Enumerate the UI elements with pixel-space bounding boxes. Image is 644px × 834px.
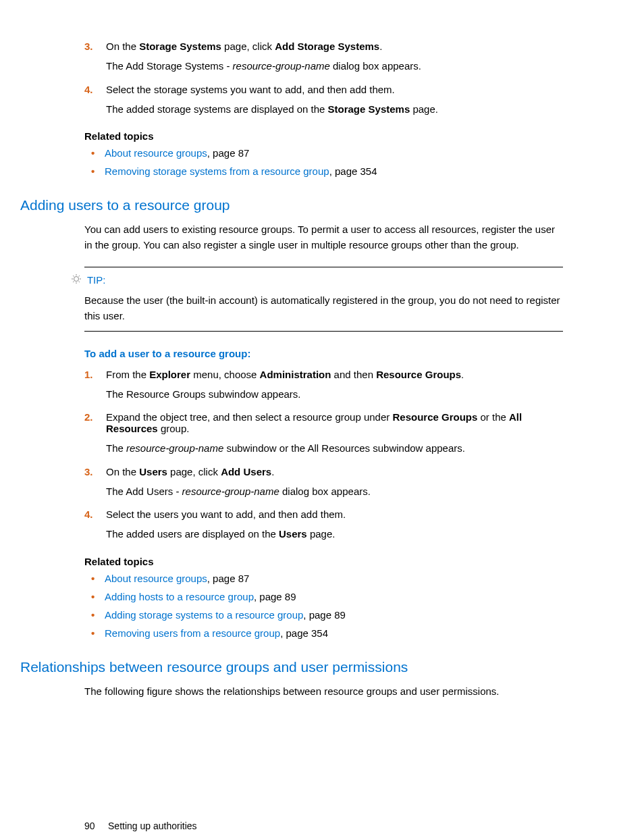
- svg-line-5: [73, 276, 74, 277]
- step-result: The Add Users - resource-group-name dial…: [106, 484, 563, 500]
- related-topics-list-b: About resource groups, page 87 Adding ho…: [84, 573, 563, 639]
- proc-b-step-2: Expand the object tree, and then select …: [84, 411, 563, 457]
- link-adding-storage-systems[interactable]: Adding storage systems to a resource gro…: [105, 609, 303, 621]
- section-paragraph: The following figure shows the relations…: [84, 683, 563, 699]
- section-heading-adding-users: Adding users to a resource group: [20, 197, 563, 213]
- list-item: About resource groups, page 87: [84, 573, 563, 584]
- step-text: On the Storage Systems page, click Add S…: [106, 41, 382, 52]
- step-text: Select the users you want to add, and th…: [106, 509, 346, 520]
- svg-line-8: [79, 282, 80, 283]
- procedure-b: From the Explorer menu, choose Administr…: [84, 369, 563, 542]
- proc-a-step-3: On the Storage Systems page, click Add S…: [84, 41, 563, 74]
- step-text: Select the storage systems you want to a…: [106, 84, 395, 95]
- page-number: 90: [84, 820, 95, 831]
- step-text: From the Explorer menu, choose Administr…: [106, 369, 464, 380]
- list-item: Adding storage systems to a resource gro…: [84, 609, 563, 621]
- proc-a-step-4: Select the storage systems you want to a…: [84, 84, 563, 118]
- section-heading-relationships: Relationships between resource groups an…: [20, 659, 563, 675]
- link-removing-storage-systems[interactable]: Removing storage systems from a resource…: [105, 165, 329, 177]
- link-about-resource-groups[interactable]: About resource groups: [105, 147, 207, 159]
- list-item: Removing users from a resource group, pa…: [84, 627, 563, 639]
- related-topics-list-a: About resource groups, page 87 Removing …: [84, 147, 563, 177]
- step-result: The Add Storage Systems - resource-group…: [106, 59, 563, 74]
- tip-box: TIP: Because the user (the built-in acco…: [84, 267, 563, 332]
- svg-line-6: [79, 276, 80, 277]
- step-result: The Resource Groups subwindow appears.: [106, 387, 563, 402]
- footer-text: Setting up authorities: [108, 820, 197, 831]
- related-topics-heading: Related topics: [84, 556, 563, 567]
- step-text: Expand the object tree, and then select …: [106, 411, 522, 434]
- list-item: About resource groups, page 87: [84, 147, 563, 159]
- related-topics-heading: Related topics: [84, 130, 563, 142]
- link-about-resource-groups[interactable]: About resource groups: [105, 573, 207, 584]
- svg-point-0: [74, 277, 79, 282]
- page-footer: 90 Setting up authorities: [84, 820, 563, 831]
- page-content: On the Storage Systems page, click Add S…: [0, 0, 644, 834]
- list-item: Adding hosts to a resource group, page 8…: [84, 591, 563, 602]
- section-paragraph: You can add users to existing resource g…: [84, 221, 563, 253]
- lightbulb-icon: [71, 274, 82, 287]
- link-removing-users[interactable]: Removing users from a resource group: [105, 627, 280, 639]
- link-adding-hosts[interactable]: Adding hosts to a resource group: [105, 591, 254, 602]
- step-result: The added storage systems are displayed …: [106, 102, 563, 118]
- proc-b-step-3: On the Users page, click Add Users. The …: [84, 466, 563, 500]
- proc-b-step-1: From the Explorer menu, choose Administr…: [84, 369, 563, 402]
- tip-label: TIP:: [87, 274, 106, 286]
- svg-line-7: [73, 282, 74, 283]
- step-text: On the Users page, click Add Users.: [106, 466, 274, 477]
- step-result: The resource-group-name subwindow or the…: [106, 441, 563, 457]
- procedure-heading: To add a user to a resource group:: [84, 348, 563, 359]
- procedure-a: On the Storage Systems page, click Add S…: [84, 41, 563, 117]
- tip-body: Because the user (the built-in account) …: [84, 292, 563, 324]
- step-result: The added users are displayed on the Use…: [106, 527, 563, 542]
- proc-b-step-4: Select the users you want to add, and th…: [84, 509, 563, 542]
- list-item: Removing storage systems from a resource…: [84, 165, 563, 177]
